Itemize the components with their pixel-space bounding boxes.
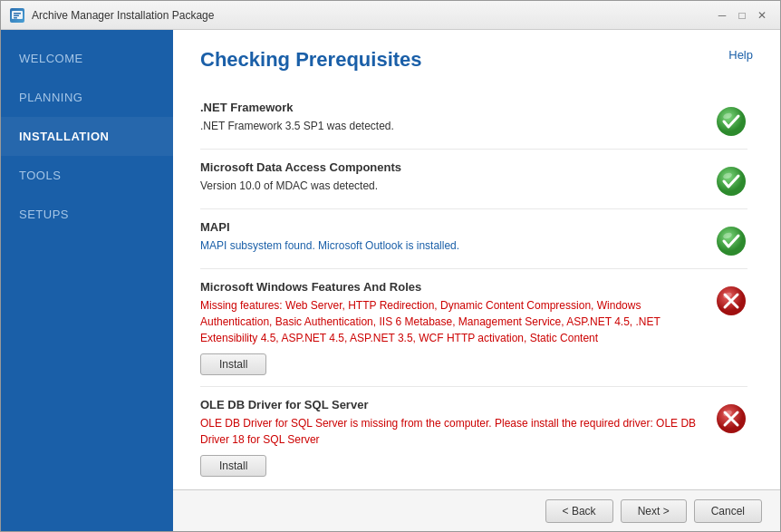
prereq-item-dotnet: .NET Framework.NET Framework 3.5 SP1 was… xyxy=(200,90,747,150)
check-icon-dotnet xyxy=(715,105,747,138)
prereq-item-mdac: Microsoft Data Access ComponentsVersion … xyxy=(200,150,747,209)
install-button-winfeatures[interactable]: Install xyxy=(200,353,266,375)
prereq-item-mapi: MAPIMAPI subsystem found. Microsoft Outl… xyxy=(200,209,747,269)
help-link[interactable]: Help xyxy=(728,48,753,62)
error-icon-oledb xyxy=(715,402,747,435)
svg-rect-3 xyxy=(14,17,17,19)
svg-rect-1 xyxy=(14,13,21,15)
prereq-title-oledb: OLE DB Driver for SQL Server xyxy=(200,398,706,411)
sidebar-item-setups[interactable]: SETUPS xyxy=(1,195,173,234)
back-button[interactable]: < Back xyxy=(545,499,613,523)
prereq-text-dotnet: .NET Framework.NET Framework 3.5 SP1 was… xyxy=(200,101,706,134)
main-window: Archive Manager Installation Package ─ □… xyxy=(0,0,781,532)
prereq-item-winfeatures: Microsoft Windows Features And RolesMiss… xyxy=(200,269,747,387)
close-button[interactable]: ✕ xyxy=(753,6,771,24)
prereq-text-mapi: MAPIMAPI subsystem found. Microsoft Outl… xyxy=(200,220,706,254)
sidebar-item-tools[interactable]: TOOLS xyxy=(1,156,173,195)
cancel-button[interactable]: Cancel xyxy=(694,499,762,523)
page-title: Checking Prerequisites xyxy=(200,48,422,72)
svg-point-6 xyxy=(717,167,746,196)
svg-point-4 xyxy=(717,107,746,136)
prereq-title-dotnet: .NET Framework xyxy=(200,101,706,114)
sidebar-item-planning[interactable]: PLANNING xyxy=(1,78,173,117)
prereq-desc-dotnet: .NET Framework 3.5 SP1 was detected. xyxy=(200,118,706,134)
svg-rect-2 xyxy=(14,15,19,16)
sidebar: WELCOMEPLANNINGINSTALLATIONTOOLSSETUPS xyxy=(1,30,173,531)
svg-point-8 xyxy=(717,227,746,256)
install-button-oledb[interactable]: Install xyxy=(200,455,266,477)
window-title: Archive Manager Installation Package xyxy=(32,9,214,22)
check-icon-mapi xyxy=(715,225,747,257)
main-content: WELCOMEPLANNINGINSTALLATIONTOOLSSETUPS C… xyxy=(1,30,780,531)
prereq-desc-winfeatures: Missing features: Web Server, HTTP Redir… xyxy=(200,297,706,346)
prereq-desc-oledb: OLE DB Driver for SQL Server is missing … xyxy=(200,415,706,448)
sidebar-item-installation[interactable]: INSTALLATION xyxy=(1,117,173,156)
prereq-text-mdac: Microsoft Data Access ComponentsVersion … xyxy=(200,160,706,194)
maximize-button[interactable]: □ xyxy=(733,6,751,24)
title-bar: Archive Manager Installation Package ─ □… xyxy=(1,1,780,30)
prereq-desc-mapi: MAPI subsystem found. Microsoft Outlook … xyxy=(200,237,706,254)
title-bar-controls: ─ □ ✕ xyxy=(713,6,771,24)
error-icon-winfeatures xyxy=(715,285,747,317)
minimize-button[interactable]: ─ xyxy=(713,6,731,24)
title-bar-left: Archive Manager Installation Package xyxy=(10,8,214,23)
prerequisites-list: .NET Framework.NET Framework 3.5 SP1 was… xyxy=(173,81,780,489)
next-button[interactable]: Next > xyxy=(621,499,687,523)
prereq-text-winfeatures: Microsoft Windows Features And RolesMiss… xyxy=(200,280,706,375)
check-icon-mdac xyxy=(715,165,747,198)
prereq-title-winfeatures: Microsoft Windows Features And Roles xyxy=(200,280,706,294)
prereq-title-mapi: MAPI xyxy=(200,220,706,234)
prereq-item-oledb: OLE DB Driver for SQL ServerOLE DB Drive… xyxy=(200,387,747,488)
prereq-title-mdac: Microsoft Data Access Components xyxy=(200,160,706,174)
app-icon xyxy=(10,8,24,23)
content-area: Checking Prerequisites Help .NET Framewo… xyxy=(173,30,780,531)
prereq-desc-mdac: Version 10.0 of MDAC was detected. xyxy=(200,178,706,194)
sidebar-item-welcome[interactable]: WELCOME xyxy=(1,39,173,78)
prereq-text-oledb: OLE DB Driver for SQL ServerOLE DB Drive… xyxy=(200,398,706,477)
content-header: Checking Prerequisites Help xyxy=(173,30,780,81)
footer: < Back Next > Cancel xyxy=(173,489,780,531)
